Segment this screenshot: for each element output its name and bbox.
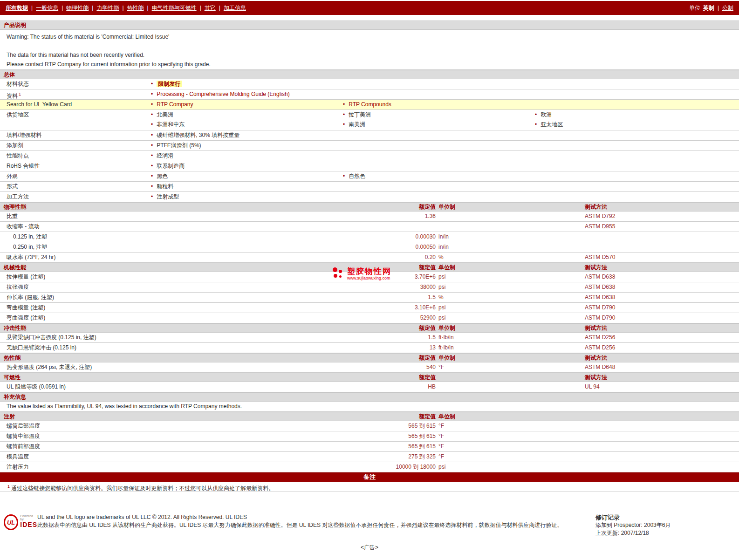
footnote-text: 通过这些链接您能够访问供应商资料。我们尽量保证及时更新资料；不过您可以从供应商处… <box>11 485 274 492</box>
nav-separator <box>200 5 201 11</box>
col-header-test: 测试方法 <box>584 354 739 362</box>
prop-label: 拉伸模量 (注塑) <box>0 272 380 282</box>
section-header-flammability: 可燃性 额定值 测试方法 <box>0 373 739 382</box>
prop-row: 热变形温度 (264 psi, 未退火, 注塑) 540 °F ASTM D64… <box>0 362 739 373</box>
yellow-card-item: RTP Company <box>147 100 339 109</box>
col-header-unit: 单位制 <box>436 324 584 332</box>
region-item: 亚太地区 <box>531 120 739 130</box>
unit-english-active[interactable]: 英制 <box>703 4 714 12</box>
prop-label: 悬臂梁缺口冲击强度 (0.125 in, 注塑) <box>0 333 380 342</box>
section-title: 可燃性 <box>0 373 380 382</box>
prop-unit <box>436 222 584 232</box>
general-row-rohs: RoHS 合规性 联系制造商 <box>0 161 739 171</box>
prop-test: ASTM D570 <box>584 253 739 262</box>
ul-logo-icon: UL <box>4 514 18 530</box>
material-datasheet-page: 所有数据 一般信息 物理性能 力学性能 热性能 电气性能与可燃性 其它 加工信息… <box>0 1 739 557</box>
appearance-item: 黑色 <box>147 171 339 181</box>
region-item: 北美洲 <box>147 110 339 120</box>
col-header-value: 额定值 <box>380 373 436 382</box>
prop-value: 3.10E+6 <box>380 303 436 313</box>
prop-label: 螺筒后部温度 <box>0 421 380 431</box>
prop-value <box>380 222 436 232</box>
status-badge: 限制发行 <box>157 81 182 87</box>
prop-test: ASTM D648 <box>584 362 739 372</box>
row-label: 外观 <box>0 171 147 181</box>
prop-test: ASTM D790 <box>584 313 739 323</box>
filler-item: 碳纤维增强材料, 30% 填料按重量 <box>147 130 339 140</box>
ides-logo: Powered by IDES <box>20 514 37 528</box>
prop-unit: °F <box>436 442 584 451</box>
supplemental-text: The value listed as Flammibility, UL 94,… <box>0 402 739 411</box>
prop-value: 565 到 615 <box>380 421 436 431</box>
nav-item-all-data[interactable]: 所有数据 <box>6 4 28 12</box>
powered-by-label: Powered by <box>20 514 37 521</box>
prop-row: 螺筒中部温度 565 到 615 °F <box>0 431 739 442</box>
nav-item-processing-info[interactable]: 加工信息 <box>224 4 246 12</box>
prop-value: 1.5 <box>380 333 436 342</box>
rtp-compounds-link[interactable]: RTP Compounds <box>349 101 391 108</box>
col-header-test: 测试方法 <box>584 263 739 272</box>
footnote-marker: 1 <box>19 92 21 96</box>
prop-value: 275 到 325 <box>380 452 436 462</box>
prop-test: ASTM D638 <box>584 282 739 292</box>
revision-added-label: 添加到 Prospector: <box>595 522 643 528</box>
prop-label: 吸水率 (73°F, 24 hr) <box>0 253 380 262</box>
general-row-appearance: 外观 黑色 自然色 <box>0 171 739 182</box>
nav-item-mechanical[interactable]: 力学性能 <box>96 4 119 12</box>
prop-test <box>584 462 739 472</box>
section-header-impact: 冲击性能 额定值 单位制 测试方法 <box>0 323 739 333</box>
col-header-value: 额定值 <box>380 324 436 332</box>
prop-row: 悬臂梁缺口冲击强度 (0.125 in, 注塑) 1.5 ft·lb/in AS… <box>0 333 739 343</box>
prop-test: ASTM D256 <box>584 333 739 342</box>
prop-value: 540 <box>380 362 436 372</box>
col-header-test: 测试方法 <box>584 373 739 382</box>
nav-separator <box>92 5 93 11</box>
nav-item-thermal[interactable]: 热性能 <box>127 4 144 12</box>
col-header-value: 额定值 <box>380 412 436 421</box>
rohs-item: 联系制造商 <box>147 161 339 171</box>
nav-item-physical[interactable]: 物理性能 <box>66 4 89 12</box>
form-item: 颗粒料 <box>147 182 339 191</box>
molding-guide-link[interactable]: Processing - Comprehensive Molding Guide… <box>157 91 289 97</box>
prop-row: 拉伸模量 (注塑) 3.70E+6 psi ASTM D638 <box>0 272 739 282</box>
prop-row: 0.250 in, 注塑 0.00050 in/in <box>0 242 739 253</box>
prop-value: 565 到 615 <box>380 442 436 451</box>
contact-text: Please contact RTP Company for current i… <box>7 60 739 69</box>
section-title: 冲击性能 <box>0 324 380 332</box>
prop-label: 注射压力 <box>0 462 380 472</box>
section-title: 产品说明 <box>4 22 26 28</box>
region-item: 拉丁美洲 <box>339 110 531 120</box>
prop-value: 565 到 615 <box>380 431 436 441</box>
section-header-thermal: 热性能 额定值 单位制 测试方法 <box>0 353 739 362</box>
prop-row: UL 阻燃等级 (0.0591 in) HB UL 94 <box>0 382 739 392</box>
prop-unit: °F <box>436 421 584 431</box>
revision-updated-line: 上次更新: 2007/12/18 <box>595 529 735 537</box>
prop-value: HB <box>380 382 436 392</box>
nav-separator <box>62 5 63 11</box>
section-header-product-description: 产品说明 <box>0 20 739 30</box>
units-label: 单位 <box>689 4 700 12</box>
nav-item-electrical-flammability[interactable]: 电气性能与可燃性 <box>152 4 197 12</box>
general-row-features: 性能特点 经润滑 <box>0 151 739 161</box>
footnote-marker: 1 <box>7 484 10 489</box>
footer: UL Powered by IDES UL and the UL logo ar… <box>0 512 739 537</box>
revision-updated-value: 2007/12/18 <box>621 530 649 536</box>
prop-test: UL 94 <box>584 382 739 392</box>
prop-unit: % <box>436 293 584 302</box>
row-label: Search for UL Yellow Card <box>0 100 147 109</box>
revision-updated-label: 上次更新: <box>595 530 619 536</box>
prop-value: 3.70E+6 <box>380 272 436 282</box>
top-nav: 所有数据 一般信息 物理性能 力学性能 热性能 电气性能与可燃性 其它 加工信息… <box>0 1 739 15</box>
rtp-company-link[interactable]: RTP Company <box>157 101 193 108</box>
ul-logo-text: UL <box>7 519 15 526</box>
prop-row: 收缩率 - 流动 ASTM D955 <box>0 222 739 232</box>
prop-row: 弯曲模量 (注塑) 3.10E+6 psi ASTM D790 <box>0 303 739 313</box>
prop-unit: °F <box>436 431 584 441</box>
prop-value: 13 <box>380 343 436 353</box>
blank-line <box>7 41 739 50</box>
nav-item-other[interactable]: 其它 <box>205 4 216 12</box>
prop-unit: psi <box>436 272 584 282</box>
col-header-test: 测试方法 <box>584 324 739 332</box>
nav-item-general-info[interactable]: 一般信息 <box>36 4 58 12</box>
unit-metric-link[interactable]: 公制 <box>722 4 733 12</box>
